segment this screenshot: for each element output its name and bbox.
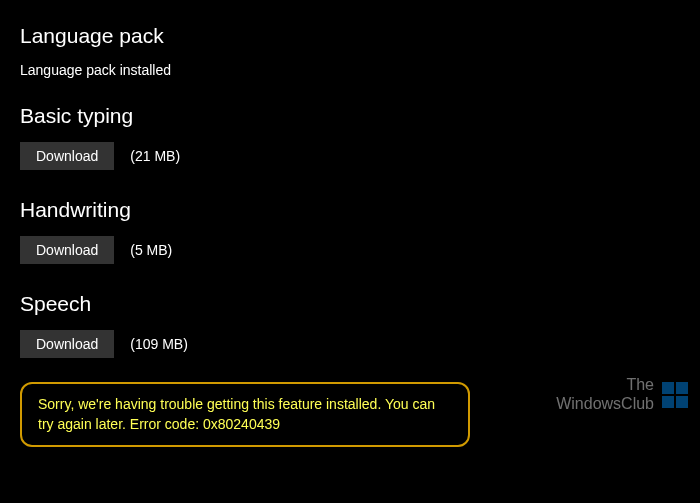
error-message-box: Sorry, we're having trouble getting this…: [20, 382, 470, 447]
watermark-text: The WindowsClub: [556, 376, 654, 413]
handwriting-size: (5 MB): [130, 242, 172, 258]
speech-row: Download (109 MB): [20, 330, 680, 358]
watermark: The WindowsClub: [556, 376, 688, 413]
language-pack-heading: Language pack: [20, 24, 680, 48]
basic-typing-download-button[interactable]: Download: [20, 142, 114, 170]
basic-typing-heading: Basic typing: [20, 104, 680, 128]
watermark-line2: WindowsClub: [556, 395, 654, 413]
error-message-text: Sorry, we're having trouble getting this…: [38, 394, 452, 435]
handwriting-row: Download (5 MB): [20, 236, 680, 264]
language-pack-status: Language pack installed: [20, 62, 680, 78]
windows-logo-icon: [662, 382, 688, 408]
handwriting-download-button[interactable]: Download: [20, 236, 114, 264]
basic-typing-size: (21 MB): [130, 148, 180, 164]
speech-download-button[interactable]: Download: [20, 330, 114, 358]
speech-size: (109 MB): [130, 336, 188, 352]
watermark-line1: The: [556, 376, 654, 394]
handwriting-heading: Handwriting: [20, 198, 680, 222]
speech-heading: Speech: [20, 292, 680, 316]
basic-typing-row: Download (21 MB): [20, 142, 680, 170]
